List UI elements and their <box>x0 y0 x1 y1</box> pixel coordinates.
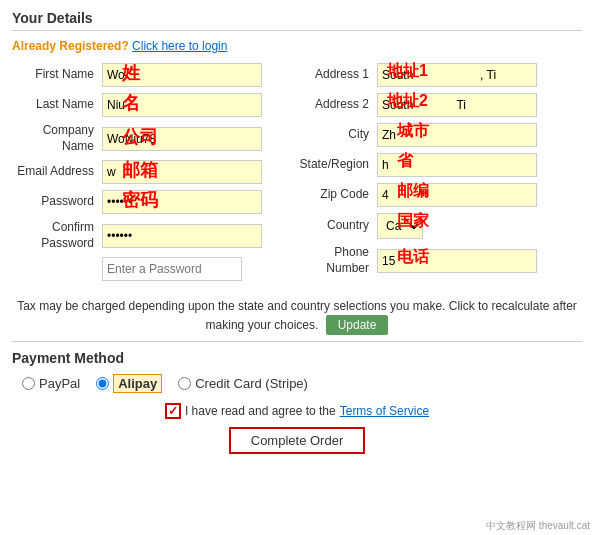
credit-radio[interactable] <box>178 377 191 390</box>
address1-input[interactable] <box>377 63 537 87</box>
login-link[interactable]: Click here to login <box>132 39 227 53</box>
phone-row: Phone Number 电话 <box>292 245 582 276</box>
address2-wrapper: 地址2 <box>377 93 582 117</box>
form-layout: First Name 姓 Last Name 名 Company Name <box>12 63 582 287</box>
zip-label: Zip Code <box>292 187 377 203</box>
city-wrapper: 城市 <box>377 123 582 147</box>
email-wrapper: 邮箱 <box>102 160 282 184</box>
country-wrapper: Ca 国家 <box>377 213 582 239</box>
already-registered-label: Already Registered? <box>12 39 129 53</box>
form-right: Address 1 地址1 Address 2 地址2 City 城 <box>292 63 582 287</box>
complete-order-wrap: Complete Order <box>12 427 582 454</box>
city-label: City <box>292 127 377 143</box>
update-button[interactable]: Update <box>326 315 389 335</box>
section-title: Your Details <box>12 10 582 31</box>
tax-notice-text: Tax may be charged depending upon the st… <box>17 299 577 332</box>
paypal-option[interactable]: PayPal <box>22 376 80 391</box>
confirm-password-row: Confirm Password <box>12 220 282 251</box>
country-row: Country Ca 国家 <box>292 213 582 239</box>
address2-label: Address 2 <box>292 97 377 113</box>
last-name-input[interactable] <box>102 93 262 117</box>
complete-order-button[interactable]: Complete Order <box>229 427 365 454</box>
zip-row: Zip Code 邮编 <box>292 183 582 207</box>
company-name-label: Company Name <box>12 123 102 154</box>
alipay-radio[interactable] <box>96 377 109 390</box>
paypal-label: PayPal <box>39 376 80 391</box>
email-label: Email Address <box>12 164 102 180</box>
state-row: State/Region 省 <box>292 153 582 177</box>
country-select[interactable]: Ca <box>377 213 423 239</box>
address1-label: Address 1 <box>292 67 377 83</box>
paypal-radio[interactable] <box>22 377 35 390</box>
zip-wrapper: 邮编 <box>377 183 582 207</box>
first-name-wrapper: 姓 <box>102 63 282 87</box>
password-hint-input[interactable] <box>102 257 242 281</box>
credit-label: Credit Card (Stripe) <box>195 376 308 391</box>
terms-link[interactable]: Terms of Service <box>340 404 429 418</box>
first-name-label: First Name <box>12 67 102 83</box>
state-input[interactable] <box>377 153 537 177</box>
password-wrapper: 密码 <box>102 190 282 214</box>
zip-input[interactable] <box>377 183 537 207</box>
city-row: City 城市 <box>292 123 582 147</box>
payment-title: Payment Method <box>12 350 582 366</box>
terms-checkbox[interactable] <box>165 403 181 419</box>
city-input[interactable] <box>377 123 537 147</box>
payment-options: PayPal Alipay Credit Card (Stripe) <box>12 374 582 393</box>
terms-row: I have read and agree to the Terms of Se… <box>12 403 582 419</box>
state-label: State/Region <box>292 157 377 173</box>
first-name-input[interactable] <box>102 63 262 87</box>
address1-row: Address 1 地址1 <box>292 63 582 87</box>
password-label: Password <box>12 194 102 210</box>
password-input[interactable] <box>102 190 262 214</box>
password-hint-row <box>102 257 282 281</box>
company-name-wrapper: 公司 <box>102 127 282 151</box>
address2-row: Address 2 地址2 <box>292 93 582 117</box>
company-name-input[interactable] <box>102 127 262 151</box>
already-registered-row: Already Registered? Click here to login <box>12 39 582 53</box>
confirm-password-input[interactable] <box>102 224 262 248</box>
phone-wrapper: 电话 <box>377 249 582 273</box>
phone-label: Phone Number <box>292 245 377 276</box>
terms-text: I have read and agree to the <box>185 404 336 418</box>
email-row: Email Address 邮箱 <box>12 160 282 184</box>
first-name-row: First Name 姓 <box>12 63 282 87</box>
confirm-password-label: Confirm Password <box>12 220 102 251</box>
address2-input[interactable] <box>377 93 537 117</box>
phone-input[interactable] <box>377 249 537 273</box>
address1-wrapper: 地址1 <box>377 63 582 87</box>
country-label: Country <box>292 218 377 234</box>
watermark: 中文教程网 thevault.cat <box>482 517 594 535</box>
last-name-row: Last Name 名 <box>12 93 282 117</box>
credit-option[interactable]: Credit Card (Stripe) <box>178 376 308 391</box>
last-name-label: Last Name <box>12 97 102 113</box>
payment-section: Payment Method PayPal Alipay Credit Card… <box>12 341 582 454</box>
company-name-row: Company Name 公司 <box>12 123 282 154</box>
alipay-option[interactable]: Alipay <box>96 374 162 393</box>
alipay-label: Alipay <box>113 374 162 393</box>
form-left: First Name 姓 Last Name 名 Company Name <box>12 63 282 287</box>
tax-notice: Tax may be charged depending upon the st… <box>12 297 582 335</box>
password-row: Password 密码 <box>12 190 282 214</box>
last-name-wrapper: 名 <box>102 93 282 117</box>
confirm-password-wrapper <box>102 224 282 248</box>
email-input[interactable] <box>102 160 262 184</box>
state-wrapper: 省 <box>377 153 582 177</box>
